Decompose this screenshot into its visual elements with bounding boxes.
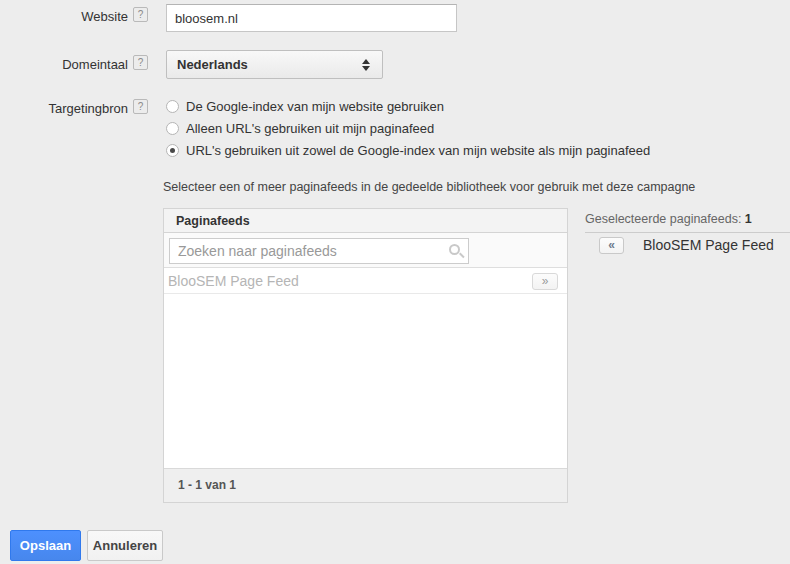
targeting-source-label: Targetingbron [0, 101, 128, 116]
website-help-icon[interactable]: ? [133, 7, 148, 22]
remove-feed-button[interactable]: « [599, 237, 624, 254]
feeds-instruction-text: Selecteer een of meer paginafeeds in de … [163, 180, 695, 194]
domain-language-help-icon[interactable]: ? [133, 55, 148, 70]
cancel-button[interactable]: Annuleren [87, 530, 163, 561]
selected-feed-name: BlooSEM Page Feed [643, 237, 774, 253]
website-input[interactable] [166, 4, 457, 32]
select-arrows-icon [362, 59, 370, 71]
radio-label: URL's gebruiken uit zowel de Google-inde… [186, 143, 650, 158]
radio-label: Alleen URL's gebruiken uit mijn paginafe… [186, 121, 434, 136]
selected-feeds-title-text: Geselecteerde paginafeeds: [585, 212, 741, 226]
feed-search-input[interactable] [169, 238, 469, 264]
page-feeds-panel-title: Paginafeeds [164, 209, 567, 233]
save-button[interactable]: Opslaan [10, 530, 81, 561]
page-feeds-panel: Paginafeeds BlooSEM Page Feed » 1 - 1 va… [163, 208, 568, 503]
radio-button-icon[interactable] [166, 144, 179, 157]
website-label: Website [0, 9, 128, 24]
feed-search-bar [164, 233, 567, 268]
domain-language-label: Domeintaal [0, 57, 128, 72]
feed-list-item[interactable]: BlooSEM Page Feed » [164, 268, 567, 294]
radio-button-icon[interactable] [166, 122, 179, 135]
feed-name: BlooSEM Page Feed [168, 273, 299, 289]
selected-feeds-count: 1 [745, 212, 752, 226]
selected-feeds-title: Geselecteerde paginafeeds: 1 [585, 212, 790, 233]
radio-label: De Google-index van mijn website gebruik… [186, 99, 444, 114]
domain-language-selected-value: Nederlands [177, 57, 248, 72]
domain-language-select[interactable]: Nederlands [166, 50, 383, 79]
radio-button-icon[interactable] [166, 100, 179, 113]
targeting-source-help-icon[interactable]: ? [133, 99, 148, 114]
add-feed-button[interactable]: » [532, 273, 558, 290]
feed-list-pagination: 1 - 1 van 1 [164, 468, 567, 502]
